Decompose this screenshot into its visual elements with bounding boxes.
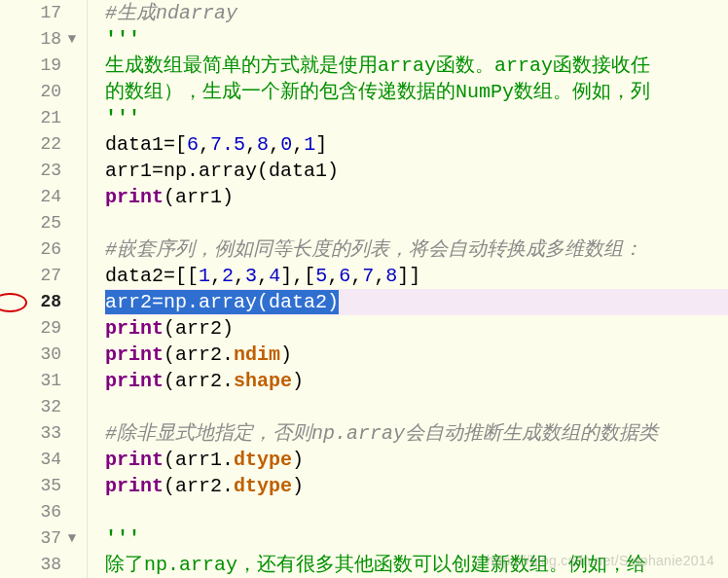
code-token: . bbox=[187, 291, 199, 313]
line-number[interactable]: 23 bbox=[0, 158, 87, 184]
code-token: 0 bbox=[280, 133, 292, 156]
code-line[interactable]: ''' bbox=[105, 26, 728, 53]
code-token: ( bbox=[257, 160, 269, 182]
code-line[interactable] bbox=[105, 210, 728, 236]
code-token: 6 bbox=[339, 265, 350, 287]
code-token: arr1 bbox=[175, 449, 222, 471]
code-token: print bbox=[105, 343, 164, 366]
code-token: . bbox=[187, 160, 199, 182]
code-line[interactable]: #除非显式地指定，否则np.array会自动推断生成数组的数据类 bbox=[105, 420, 728, 447]
line-number[interactable]: 28 bbox=[0, 289, 87, 315]
code-line[interactable]: ''' bbox=[105, 105, 728, 131]
code-line[interactable] bbox=[105, 394, 728, 420]
code-line[interactable]: #生成ndarray bbox=[105, 0, 728, 26]
line-number-text: 25 bbox=[40, 210, 61, 236]
code-token: . bbox=[222, 475, 234, 497]
line-number[interactable]: 30 bbox=[0, 342, 87, 368]
code-token: array bbox=[199, 291, 257, 313]
line-number-text: 38 bbox=[40, 552, 61, 578]
code-line[interactable]: print(arr1) bbox=[105, 184, 728, 210]
code-token: 4 bbox=[269, 265, 280, 287]
code-token: 6 bbox=[187, 133, 199, 156]
code-line[interactable]: #嵌套序列，例如同等长度的列表，将会自动转换成多维数组： bbox=[105, 236, 728, 263]
line-number[interactable]: 21 bbox=[0, 105, 87, 131]
code-token: array bbox=[199, 160, 257, 182]
code-token: ],[ bbox=[280, 265, 315, 287]
line-number[interactable]: 24 bbox=[0, 184, 87, 210]
code-token: = bbox=[152, 160, 164, 182]
code-line[interactable]: arr1=np.array(data1) bbox=[105, 158, 728, 184]
line-number[interactable]: 34 bbox=[0, 447, 87, 473]
code-token: . bbox=[222, 449, 234, 471]
line-number-text: 28 bbox=[40, 289, 61, 315]
line-number[interactable]: 37▼ bbox=[0, 525, 87, 552]
line-number[interactable]: 26 bbox=[0, 236, 87, 263]
line-number[interactable]: 31 bbox=[0, 368, 87, 394]
fold-icon[interactable]: ▼ bbox=[65, 525, 79, 552]
selection-highlight: arr2=np.array(data2) bbox=[105, 290, 339, 314]
code-line[interactable]: print(arr2.dtype) bbox=[105, 473, 728, 499]
code-line[interactable]: 的数组），生成一个新的包含传递数据的NumPy数组。例如，列 bbox=[105, 79, 728, 105]
code-token: ''' bbox=[105, 28, 140, 51]
code-token: print bbox=[105, 186, 164, 208]
fold-icon[interactable]: ▼ bbox=[65, 26, 79, 53]
line-number[interactable]: 33 bbox=[0, 420, 87, 447]
code-token: ( bbox=[257, 291, 269, 313]
code-line[interactable]: print(arr2.ndim) bbox=[105, 342, 728, 368]
code-token: dtype bbox=[234, 449, 292, 471]
line-number[interactable]: 22 bbox=[0, 131, 87, 158]
code-line[interactable]: data2=[[1,2,3,4],[5,6,7,8]] bbox=[105, 263, 728, 289]
code-token: arr2 bbox=[175, 317, 222, 340]
code-token: np bbox=[164, 160, 187, 182]
code-line[interactable]: 除了np.array，还有很多其他函数可以创建新数组。例如，给 bbox=[105, 552, 728, 578]
code-line[interactable] bbox=[105, 499, 728, 525]
line-gutter[interactable]: 1718▼19202122232425262728293031323334353… bbox=[0, 0, 88, 578]
code-line[interactable]: arr2=np.array(data2) bbox=[105, 289, 728, 315]
code-token: ''' bbox=[105, 527, 140, 550]
line-number[interactable]: 38 bbox=[0, 552, 87, 578]
code-token: arr2 bbox=[175, 343, 222, 366]
code-token: ) bbox=[222, 186, 234, 208]
code-line[interactable]: print(arr1.dtype) bbox=[105, 447, 728, 473]
code-token: #生成ndarray bbox=[105, 2, 237, 24]
line-number[interactable]: 17 bbox=[0, 0, 87, 26]
code-line[interactable]: print(arr2) bbox=[105, 315, 728, 342]
line-number[interactable]: 18▼ bbox=[0, 26, 87, 53]
line-number-text: 21 bbox=[40, 105, 61, 131]
line-number-text: 32 bbox=[40, 394, 61, 420]
code-line[interactable]: ''' bbox=[105, 525, 728, 552]
code-token: 生成数组最简单的方式就是使用array函数。array函数接收任 bbox=[105, 54, 650, 77]
line-number[interactable]: 32 bbox=[0, 394, 87, 420]
code-token: dtype bbox=[234, 475, 292, 497]
code-token: arr2 bbox=[175, 475, 222, 497]
line-number[interactable]: 19 bbox=[0, 53, 87, 79]
line-number[interactable]: 29 bbox=[0, 315, 87, 342]
code-line[interactable]: data1=[6,7.5,8,0,1] bbox=[105, 131, 728, 158]
code-token: print bbox=[105, 475, 164, 497]
code-token: ''' bbox=[105, 107, 140, 129]
code-token: . bbox=[222, 370, 234, 392]
code-token: 1 bbox=[304, 133, 315, 156]
code-token: ) bbox=[327, 291, 339, 313]
code-token: , bbox=[292, 133, 304, 156]
code-token: arr1 bbox=[105, 160, 152, 182]
code-editor[interactable]: 1718▼19202122232425262728293031323334353… bbox=[0, 0, 728, 578]
code-line[interactable]: print(arr2.shape) bbox=[105, 368, 728, 394]
line-number[interactable]: 27 bbox=[0, 263, 87, 289]
line-number-text: 19 bbox=[40, 53, 61, 79]
code-token: ) bbox=[292, 475, 304, 497]
line-number-text: 30 bbox=[40, 342, 61, 368]
code-token: 5 bbox=[315, 265, 327, 287]
code-token: , bbox=[350, 265, 362, 287]
code-token: , bbox=[257, 265, 269, 287]
line-number[interactable]: 20 bbox=[0, 79, 87, 105]
line-number[interactable]: 25 bbox=[0, 210, 87, 236]
code-line[interactable]: 生成数组最简单的方式就是使用array函数。array函数接收任 bbox=[105, 53, 728, 79]
code-area[interactable]: #生成ndarray'''生成数组最简单的方式就是使用array函数。array… bbox=[88, 0, 728, 578]
code-token: ) bbox=[292, 449, 304, 471]
code-token: 7 bbox=[362, 265, 374, 287]
code-token: arr2 bbox=[175, 370, 222, 392]
code-token: ) bbox=[222, 317, 234, 340]
line-number[interactable]: 35 bbox=[0, 473, 87, 499]
line-number[interactable]: 36 bbox=[0, 499, 87, 525]
